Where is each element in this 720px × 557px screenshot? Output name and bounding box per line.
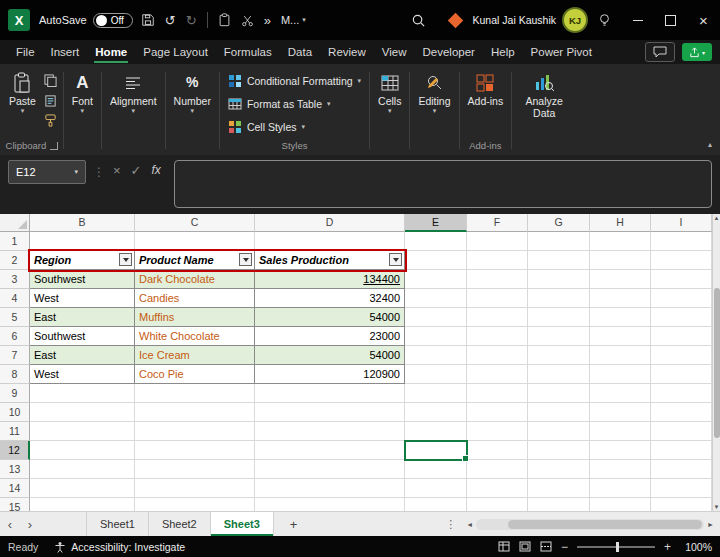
cell-D13[interactable] (255, 460, 405, 479)
cell-E2[interactable] (405, 251, 467, 270)
horizontal-scrollbar[interactable]: ◄ ► (463, 519, 717, 530)
cell-C8[interactable]: Coco Pie (135, 365, 255, 384)
cell-G6[interactable] (528, 327, 590, 346)
cell-D3[interactable]: 134400 (255, 270, 405, 289)
enter-formula-button[interactable]: ✓ (131, 164, 142, 177)
cell-F13[interactable] (467, 460, 528, 479)
filter-button[interactable] (119, 253, 132, 266)
cell-D4[interactable]: 32400 (255, 289, 405, 308)
row-header-13[interactable]: 13 (0, 460, 30, 479)
cell-H1[interactable] (590, 232, 651, 251)
filter-button[interactable] (239, 253, 252, 266)
cell-B9[interactable] (30, 384, 135, 403)
cell-E15[interactable] (405, 498, 467, 511)
cell-G9[interactable] (528, 384, 590, 403)
cell-I11[interactable] (651, 422, 712, 441)
cell-F14[interactable] (467, 479, 528, 498)
cell-G12[interactable] (528, 441, 590, 460)
cell-B3[interactable]: Southwest (30, 270, 135, 289)
row-header-11[interactable]: 11 (0, 422, 30, 441)
cell-G7[interactable] (528, 346, 590, 365)
undo-button[interactable]: ↺ (165, 14, 176, 27)
cell-B15[interactable] (30, 498, 135, 511)
cell-B12[interactable] (30, 441, 135, 460)
redo-button[interactable]: ↻ (186, 14, 197, 27)
cell-F8[interactable] (467, 365, 528, 384)
accessibility-status[interactable]: Accessibility: Investigate (71, 541, 185, 553)
cell-I13[interactable] (651, 460, 712, 479)
sheet-tab-sheet1[interactable]: Sheet1 (86, 512, 149, 536)
cell-F12[interactable] (467, 441, 528, 460)
zoom-out-button[interactable]: − (561, 541, 568, 553)
column-header-G[interactable]: G (528, 214, 590, 232)
formula-input[interactable] (174, 160, 712, 208)
column-header-D[interactable]: D (255, 214, 405, 232)
cell-C4[interactable]: Candies (135, 289, 255, 308)
ideas-button[interactable] (598, 13, 611, 28)
menu-insert[interactable]: Insert (43, 40, 88, 64)
cell-D2[interactable]: Sales Production (255, 251, 405, 270)
cell-D12[interactable] (255, 441, 405, 460)
cell-I6[interactable] (651, 327, 712, 346)
cell-H2[interactable] (590, 251, 651, 270)
cell-B7[interactable]: East (30, 346, 135, 365)
cell-E6[interactable] (405, 327, 467, 346)
autosave-toggle[interactable]: Off (93, 13, 133, 28)
name-box-dropdown-icon[interactable]: ▾ (74, 168, 78, 176)
row-header-3[interactable]: 3 (0, 270, 30, 289)
cell-B14[interactable] (30, 479, 135, 498)
cell-G2[interactable] (528, 251, 590, 270)
row-header-7[interactable]: 7 (0, 346, 30, 365)
addins-button[interactable]: Add-ins (463, 66, 509, 107)
cell-G5[interactable] (528, 308, 590, 327)
cell-B2[interactable]: Region (30, 251, 135, 270)
cell-E7[interactable] (405, 346, 467, 365)
alignment-menu-button[interactable]: Alignment ▾ (105, 66, 162, 115)
menu-view[interactable]: View (374, 40, 415, 64)
column-header-I[interactable]: I (651, 214, 712, 232)
avatar[interactable]: KJ (564, 9, 586, 31)
cell-F6[interactable] (467, 327, 528, 346)
normal-view-icon[interactable] (498, 541, 510, 552)
clipboard-button[interactable] (218, 13, 231, 27)
cell-C15[interactable] (135, 498, 255, 511)
cell-I8[interactable] (651, 365, 712, 384)
cell-I9[interactable] (651, 384, 712, 403)
cancel-formula-button[interactable]: × (113, 164, 121, 177)
cell-C13[interactable] (135, 460, 255, 479)
cell-E8[interactable] (405, 365, 467, 384)
cell-B4[interactable]: West (30, 289, 135, 308)
fill-handle[interactable] (462, 455, 469, 462)
sheet-tab-sheet2[interactable]: Sheet2 (149, 512, 211, 536)
cell-E3[interactable] (405, 270, 467, 289)
add-sheet-button[interactable]: + (290, 517, 298, 532)
cell-I1[interactable] (651, 232, 712, 251)
row-header-6[interactable]: 6 (0, 327, 30, 346)
cell-D6[interactable]: 23000 (255, 327, 405, 346)
menu-review[interactable]: Review (320, 40, 374, 64)
row-header-10[interactable]: 10 (0, 403, 30, 422)
cell-D8[interactable]: 120900 (255, 365, 405, 384)
cell-C11[interactable] (135, 422, 255, 441)
cell-B8[interactable]: West (30, 365, 135, 384)
filter-button[interactable] (389, 253, 402, 266)
cell-B6[interactable]: Southwest (30, 327, 135, 346)
row-header-12[interactable]: 12 (0, 441, 30, 460)
cell-F3[interactable] (467, 270, 528, 289)
cell-H6[interactable] (590, 327, 651, 346)
analyze-data-button[interactable]: Analyze Data (515, 66, 573, 119)
cell-D11[interactable] (255, 422, 405, 441)
collapse-ribbon-button[interactable]: ▴ (708, 140, 712, 149)
scroll-up-icon[interactable]: ▲ (714, 214, 720, 222)
cell-H3[interactable] (590, 270, 651, 289)
row-header-2[interactable]: 2 (0, 251, 30, 270)
format-painter-icon[interactable] (44, 114, 57, 127)
cell-E5[interactable] (405, 308, 467, 327)
cell-I14[interactable] (651, 479, 712, 498)
cell-C14[interactable] (135, 479, 255, 498)
cell-D15[interactable] (255, 498, 405, 511)
cell-E9[interactable] (405, 384, 467, 403)
cell-B10[interactable] (30, 403, 135, 422)
name-box[interactable]: E12 ▾ (8, 160, 86, 184)
cell-D14[interactable] (255, 479, 405, 498)
